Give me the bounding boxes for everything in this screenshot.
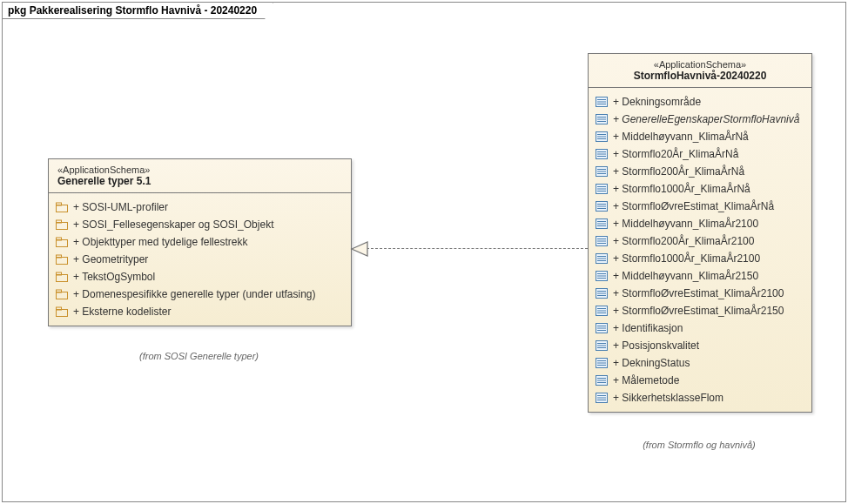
element-icon: [596, 166, 608, 177]
package-title: Generelle typer 5.1: [57, 175, 342, 187]
package-title: StormfloHavnivå-20240220: [597, 70, 803, 82]
generelle-item-label: + SOSI_Fellesegenskaper og SOSI_Objekt: [73, 218, 273, 232]
element-icon: [596, 201, 608, 212]
svg-rect-11: [57, 290, 62, 292]
generelle-item[interactable]: + SOSI_Fellesegenskaper og SOSI_Objekt: [56, 216, 344, 233]
from-text: (from Stormflo og havnivå): [643, 440, 756, 450]
svg-rect-5: [57, 238, 62, 240]
element-icon: [596, 131, 608, 142]
element-icon: [596, 97, 608, 107]
folder-icon: [56, 237, 68, 247]
svg-rect-4: [57, 240, 68, 247]
svg-rect-2: [57, 223, 68, 230]
stormflo-item[interactable]: + DekningStatus: [596, 354, 804, 372]
stormflo-item[interactable]: + StormfloØvreEstimat_KlimaÅrNå: [596, 198, 804, 215]
folder-icon: [56, 306, 68, 317]
from-text: (from SOSI Generelle typer): [139, 351, 259, 361]
svg-rect-0: [57, 205, 68, 212]
stormflo-item-label: + Middelhøyvann_KlimaÅr2150: [613, 269, 758, 283]
stormflo-item-label: + DekningStatus: [613, 356, 690, 370]
package-generelle-typer[interactable]: «ApplicationSchema» Generelle typer 5.1 …: [48, 158, 352, 326]
svg-rect-6: [57, 258, 68, 265]
folder-icon: [56, 202, 68, 212]
folder-icon: [56, 254, 68, 265]
package-body: + Dekningsområde+ GenerelleEgenskaperSto…: [589, 88, 811, 412]
stormflo-item-label: + Dekningsområde: [613, 95, 701, 109]
stormflo-item[interactable]: + Identifikasjon: [596, 319, 804, 337]
package-from-note: (from Stormflo og havnivå): [588, 440, 811, 450]
stormflo-item-label: + StormfloØvreEstimat_KlimaÅr2100: [613, 286, 784, 300]
generelle-item[interactable]: + TekstOgSymbol: [56, 268, 344, 286]
svg-rect-9: [57, 272, 62, 275]
stormflo-item[interactable]: + SikkerhetsklasseFlom: [596, 389, 804, 407]
svg-rect-1: [57, 203, 62, 205]
element-icon: [596, 253, 608, 264]
diagram-title: pkg Pakkerealisering Stormflo Havnivå - …: [2, 2, 273, 19]
svg-rect-10: [57, 292, 68, 299]
stormflo-item-label: + StormfloØvreEstimat_KlimaÅrNå: [613, 199, 774, 213]
realization-connector: [367, 248, 588, 249]
element-icon: [596, 375, 608, 386]
package-header: «ApplicationSchema» StormfloHavnivå-2024…: [589, 54, 811, 88]
stormflo-item-label: + SikkerhetsklasseFlom: [613, 391, 723, 405]
generelle-item-label: + SOSI-UML-profiler: [73, 200, 168, 214]
element-icon: [596, 306, 608, 316]
package-header: «ApplicationSchema» Generelle typer 5.1: [49, 159, 351, 193]
generelle-item-label: + Objekttyper med tydelige fellestrekk: [73, 235, 247, 249]
stormflo-item-label: + Identifikasjon: [613, 321, 683, 335]
stormflo-item[interactable]: + Middelhøyvann_KlimaÅr2100: [596, 215, 804, 232]
element-icon: [596, 149, 608, 159]
svg-rect-12: [57, 310, 68, 317]
generelle-item[interactable]: + Domenespesifikke generelle typer (unde…: [56, 286, 344, 303]
stormflo-item[interactable]: + Posisjonskvalitet: [596, 337, 804, 354]
element-icon: [596, 393, 608, 403]
stormflo-item[interactable]: + Middelhøyvann_KlimaÅr2150: [596, 267, 804, 285]
generelle-item[interactable]: + Geometrityper: [56, 251, 344, 268]
stormflo-item-label: + Stormflo1000År_KlimaÅr2100: [613, 252, 760, 265]
generelle-item[interactable]: + SOSI-UML-profiler: [56, 198, 344, 216]
stormflo-item[interactable]: + GenerelleEgenskaperStormfloHavnivå: [596, 111, 804, 128]
stormflo-item[interactable]: + Stormflo1000År_KlimaÅr2100: [596, 250, 804, 267]
stormflo-item[interactable]: + Stormflo20År_KlimaÅrNå: [596, 145, 804, 163]
element-icon: [596, 271, 608, 281]
generelle-item-label: + Geometrityper: [73, 252, 148, 266]
diagram-title-text: pkg Pakkerealisering Stormflo Havnivå - …: [8, 4, 257, 17]
stormflo-item[interactable]: + Stormflo200År_KlimaÅr2100: [596, 232, 804, 250]
generelle-item-label: + Domenespesifikke generelle typer (unde…: [73, 287, 315, 301]
stormflo-item[interactable]: + Målemetode: [596, 372, 804, 389]
folder-icon: [56, 272, 68, 282]
generelle-item[interactable]: + Eksterne kodelister: [56, 303, 344, 320]
stormflo-item[interactable]: + Stormflo200År_KlimaÅrNå: [596, 163, 804, 180]
package-body: + SOSI-UML-profiler+ SOSI_Fellesegenskap…: [49, 193, 351, 326]
stormflo-item-label: + Posisjonskvalitet: [613, 339, 699, 353]
svg-marker-86: [352, 242, 367, 256]
stormflo-item-label: + Stormflo20År_KlimaÅrNå: [613, 147, 738, 161]
package-stormflohavniva[interactable]: «ApplicationSchema» StormfloHavnivå-2024…: [588, 53, 812, 413]
generelle-item-label: + Eksterne kodelister: [73, 305, 171, 319]
element-icon: [596, 114, 608, 124]
stormflo-item[interactable]: + Middelhøyvann_KlimaÅrNå: [596, 128, 804, 145]
stormflo-item-label: + Middelhøyvann_KlimaÅrNå: [613, 130, 749, 144]
stormflo-item[interactable]: + Stormflo1000År_KlimaÅrNå: [596, 180, 804, 198]
stormflo-item-label: + StormfloØvreEstimat_KlimaÅr2150: [613, 304, 784, 318]
folder-icon: [56, 219, 68, 230]
stormflo-item[interactable]: + Dekningsområde: [596, 93, 804, 111]
element-icon: [596, 288, 608, 299]
svg-rect-3: [57, 220, 62, 223]
diagram-frame: pkg Pakkerealisering Stormflo Havnivå - …: [2, 2, 846, 502]
element-icon: [596, 184, 608, 194]
stereotype-label: «ApplicationSchema»: [57, 165, 342, 175]
svg-rect-7: [57, 255, 62, 258]
stereotype-label: «ApplicationSchema»: [597, 59, 803, 70]
generelle-item-label: + TekstOgSymbol: [73, 270, 155, 284]
stormflo-item[interactable]: + StormfloØvreEstimat_KlimaÅr2100: [596, 285, 804, 302]
element-icon: [596, 340, 608, 351]
stormflo-item-label: + Stormflo200År_KlimaÅr2100: [613, 234, 754, 248]
svg-rect-8: [57, 275, 68, 282]
stormflo-item-label: + Stormflo200År_KlimaÅrNå: [613, 165, 744, 178]
stormflo-item-label: + Middelhøyvann_KlimaÅr2100: [613, 217, 758, 231]
stormflo-item-label: + Målemetode: [613, 373, 679, 387]
generelle-item[interactable]: + Objekttyper med tydelige fellestrekk: [56, 233, 344, 251]
stormflo-item[interactable]: + StormfloØvreEstimat_KlimaÅr2150: [596, 302, 804, 319]
package-from-note: (from SOSI Generelle typer): [48, 351, 350, 361]
